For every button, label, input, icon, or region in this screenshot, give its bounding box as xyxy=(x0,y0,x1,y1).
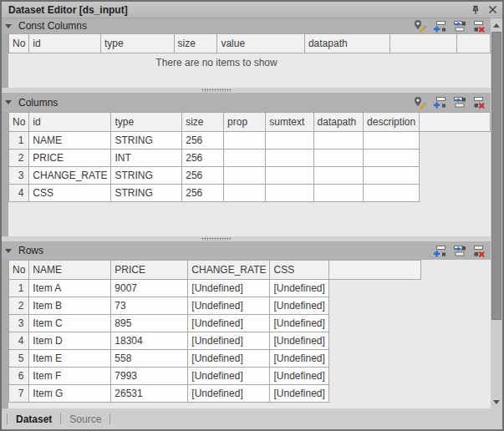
row-number-cell[interactable]: 5 xyxy=(9,350,29,368)
edit-datapath-icon[interactable] xyxy=(412,96,426,109)
row-number-cell[interactable]: 3 xyxy=(9,167,29,185)
cell[interactable]: STRING xyxy=(111,132,182,150)
pin-icon[interactable] xyxy=(469,3,482,17)
column-header[interactable]: datapath xyxy=(313,113,364,132)
collapse-arrow-icon[interactable] xyxy=(2,249,15,253)
cell[interactable] xyxy=(364,150,420,167)
section-header-const-columns[interactable]: Const Columns xyxy=(2,18,491,33)
column-header[interactable]: value xyxy=(217,34,305,53)
cell[interactable]: STRING xyxy=(111,185,182,202)
move-row-icon[interactable] xyxy=(452,244,466,257)
cell[interactable]: 256 xyxy=(182,167,224,185)
cell[interactable]: [Undefined] xyxy=(188,297,270,315)
column-header[interactable]: datapath xyxy=(304,34,389,53)
column-header[interactable]: CSS xyxy=(270,261,328,280)
collapse-arrow-icon[interactable] xyxy=(2,100,15,104)
section-header-columns[interactable]: Columns xyxy=(2,93,491,112)
cell[interactable]: [Undefined] xyxy=(188,368,270,385)
tab-source[interactable]: Source xyxy=(61,413,109,425)
cell[interactable]: Item C xyxy=(29,315,111,332)
column-header[interactable]: prop xyxy=(224,113,266,132)
cell[interactable]: 73 xyxy=(111,297,188,315)
cell[interactable] xyxy=(224,185,266,202)
cell[interactable]: [Undefined] xyxy=(188,385,270,403)
cell[interactable]: [Undefined] xyxy=(188,332,270,350)
cell[interactable]: [Undefined] xyxy=(270,315,328,332)
move-row-icon[interactable] xyxy=(452,96,466,109)
scrollbar-thumb[interactable] xyxy=(491,32,501,320)
cell[interactable]: [Undefined] xyxy=(188,350,270,368)
add-row-icon[interactable] xyxy=(432,19,446,33)
row-number-cell[interactable]: 7 xyxy=(9,385,29,403)
cell[interactable]: PRICE xyxy=(29,150,111,167)
cell[interactable]: 558 xyxy=(111,350,188,368)
row-number-cell[interactable]: 1 xyxy=(9,280,29,297)
section-header-rows[interactable]: Rows xyxy=(2,241,491,260)
tab-dataset[interactable]: Dataset xyxy=(8,413,60,425)
cell[interactable] xyxy=(224,132,266,150)
cell[interactable]: 256 xyxy=(182,150,224,167)
cell[interactable]: CHANGE_RATE xyxy=(29,167,111,185)
scroll-down-icon[interactable] xyxy=(491,395,502,408)
cell[interactable] xyxy=(364,185,420,202)
cell[interactable]: STRING xyxy=(111,167,182,185)
cell[interactable]: [Undefined] xyxy=(270,385,328,403)
cell[interactable]: INT xyxy=(111,150,182,167)
collapse-arrow-icon[interactable] xyxy=(2,24,15,28)
table-row[interactable]: 4CSSSTRING256 xyxy=(9,185,491,202)
cell[interactable]: Item G xyxy=(29,385,111,403)
row-number-cell[interactable]: 1 xyxy=(9,132,29,150)
column-header[interactable]: sumtext xyxy=(266,113,313,132)
column-header[interactable]: No xyxy=(9,261,29,280)
cell[interactable]: 26531 xyxy=(111,385,188,403)
cell[interactable] xyxy=(266,132,313,150)
column-header[interactable]: type xyxy=(111,113,182,132)
cell[interactable]: 895 xyxy=(111,315,188,332)
cell[interactable]: Item E xyxy=(29,350,111,368)
cell[interactable] xyxy=(364,167,420,185)
cell[interactable]: Item F xyxy=(29,368,111,385)
vertical-scrollbar[interactable] xyxy=(491,18,502,408)
table-row[interactable]: 1NAMESTRING256 xyxy=(9,132,491,150)
row-number-cell[interactable]: 2 xyxy=(9,297,29,315)
column-header[interactable]: type xyxy=(100,34,174,53)
column-header[interactable]: size xyxy=(174,34,217,53)
column-header[interactable]: PRICE xyxy=(111,261,188,280)
cell[interactable] xyxy=(266,167,313,185)
row-number-cell[interactable]: 4 xyxy=(9,185,29,202)
move-row-icon[interactable] xyxy=(452,19,466,33)
delete-row-icon[interactable] xyxy=(472,19,486,33)
column-header[interactable]: NAME xyxy=(29,261,111,280)
cell[interactable] xyxy=(224,167,266,185)
table-row[interactable]: 1Item A9007[Undefined][Undefined] xyxy=(9,280,421,297)
row-number-cell[interactable]: 6 xyxy=(9,368,29,385)
table-row[interactable]: 5Item E558[Undefined][Undefined] xyxy=(9,350,421,368)
cell[interactable]: 256 xyxy=(182,185,224,202)
column-header[interactable]: id xyxy=(29,113,111,132)
cell[interactable]: Item D xyxy=(29,332,111,350)
cell[interactable]: [Undefined] xyxy=(270,297,328,315)
table-row[interactable]: 2Item B73[Undefined][Undefined] xyxy=(9,297,421,315)
table-row[interactable]: 3CHANGE_RATESTRING256 xyxy=(9,167,491,185)
cell[interactable] xyxy=(313,150,364,167)
column-header[interactable]: CHANGE_RATE xyxy=(188,261,270,280)
cell[interactable]: [Undefined] xyxy=(270,350,328,368)
row-number-cell[interactable]: 4 xyxy=(9,332,29,350)
cell[interactable]: Item A xyxy=(29,280,111,297)
cell[interactable]: 256 xyxy=(182,132,224,150)
column-header[interactable]: description xyxy=(364,113,420,132)
scroll-up-icon[interactable] xyxy=(491,18,502,32)
cell[interactable]: CSS xyxy=(29,185,111,202)
cell[interactable] xyxy=(313,167,364,185)
table-row[interactable]: 6Item F7993[Undefined][Undefined] xyxy=(9,368,421,385)
cell[interactable]: [Undefined] xyxy=(188,280,270,297)
delete-row-icon[interactable] xyxy=(472,96,486,109)
add-row-icon[interactable] xyxy=(432,244,446,257)
column-header[interactable]: size xyxy=(182,113,224,132)
cell[interactable] xyxy=(224,150,266,167)
cell[interactable]: [Undefined] xyxy=(270,368,328,385)
cell[interactable] xyxy=(364,132,420,150)
edit-datapath-icon[interactable] xyxy=(412,19,426,33)
add-row-icon[interactable] xyxy=(432,96,446,109)
close-icon[interactable] xyxy=(486,3,499,17)
